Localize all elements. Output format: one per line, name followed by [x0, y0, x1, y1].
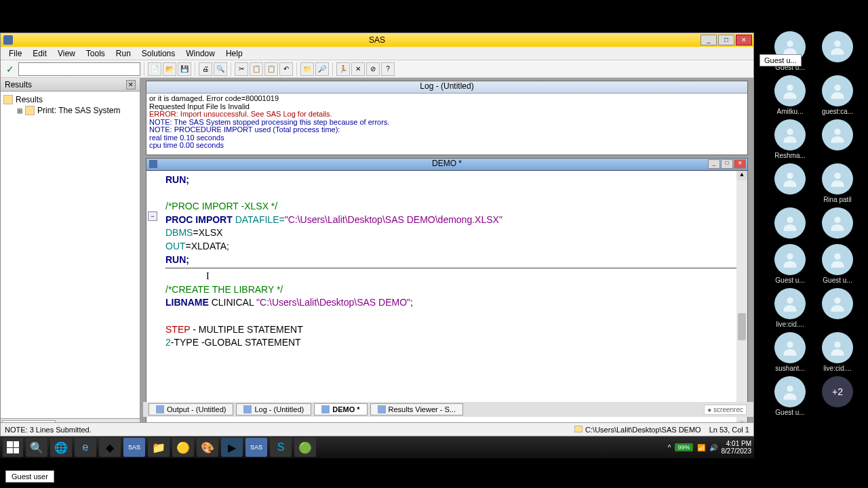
menu-tools[interactable]: Tools	[81, 47, 111, 60]
preview-icon[interactable]: 🔍	[214, 62, 227, 76]
svg-point-0	[787, 41, 793, 47]
menu-edit[interactable]: Edit	[27, 47, 52, 60]
scroll-up-icon[interactable]: ▲	[736, 171, 747, 180]
avatar[interactable]	[822, 163, 853, 195]
skype-icon[interactable]: S	[270, 438, 292, 457]
tab-output[interactable]: Output - (Untitled)	[149, 403, 233, 415]
maximize-button[interactable]: □	[718, 35, 734, 45]
chrome-icon[interactable]: 🟡	[172, 438, 194, 457]
avatar[interactable]	[774, 119, 806, 150]
clear-icon[interactable]: ✕	[351, 62, 365, 76]
explorer-icon[interactable]: 📁	[300, 62, 314, 76]
svg-point-3	[834, 85, 840, 91]
avatar[interactable]	[774, 288, 806, 319]
undo-icon[interactable]: ↶	[279, 62, 293, 76]
close-button[interactable]: ✕	[736, 35, 752, 45]
menu-help[interactable]: Help	[220, 47, 248, 60]
menu-window[interactable]: Window	[180, 47, 220, 60]
editor-minimize-icon[interactable]: _	[708, 159, 720, 169]
avatar[interactable]	[822, 207, 853, 239]
editor-maximize-icon[interactable]: □	[721, 159, 733, 169]
status-message: NOTE: 3 Lines Submitted.	[5, 426, 92, 434]
participant-tooltip: Guest u...	[760, 54, 802, 66]
volume-icon[interactable]: 🔊	[709, 444, 717, 451]
tray-up-icon[interactable]: ^	[668, 444, 671, 451]
avatar[interactable]	[822, 288, 853, 319]
svg-point-6	[787, 173, 793, 179]
svg-point-11	[834, 253, 840, 260]
open-icon[interactable]: 📂	[163, 62, 176, 76]
editor-close-icon[interactable]: ✕	[734, 159, 746, 169]
more-participants[interactable]: +2	[822, 376, 853, 407]
svg-point-15	[834, 342, 840, 348]
avatar[interactable]	[774, 163, 806, 195]
svg-point-1	[834, 41, 840, 47]
new-icon[interactable]: 📄	[148, 62, 161, 76]
battery-icon[interactable]: 99%	[675, 443, 692, 451]
ie-icon[interactable]: e	[75, 438, 96, 457]
svg-point-5	[834, 129, 840, 135]
svg-point-2	[787, 85, 793, 91]
avatar[interactable]	[774, 244, 806, 275]
cut-icon[interactable]: ✂	[235, 62, 248, 76]
avatar[interactable]	[822, 75, 853, 106]
svg-point-13	[834, 298, 840, 304]
clock[interactable]: 4:01 PM 8/27/2023	[722, 440, 752, 455]
wifi-icon[interactable]: 📶	[697, 444, 705, 451]
avatar[interactable]	[774, 332, 806, 363]
tab-results-viewer[interactable]: Results Viewer - S...	[370, 403, 463, 415]
start-button[interactable]	[3, 438, 23, 457]
app-icon[interactable]: ▶	[221, 438, 243, 457]
print-icon[interactable]: 🖨	[199, 62, 212, 76]
menu-run[interactable]: Run	[111, 47, 136, 60]
explorer-icon[interactable]: 📁	[148, 438, 170, 457]
help-icon[interactable]: ?	[381, 62, 395, 76]
log-window: Log - (Untitled) or it is damaged. Error…	[146, 81, 748, 155]
paste-icon[interactable]: 📋	[264, 62, 278, 76]
avatar[interactable]	[822, 244, 853, 275]
editor-title: DEMO *	[432, 159, 462, 168]
results-tree[interactable]: Results ⊞Print: The SAS System	[1, 92, 140, 418]
text-cursor: I	[206, 271, 210, 281]
results-close-icon[interactable]: ✕	[126, 80, 136, 89]
copy-icon[interactable]: 📋	[250, 62, 263, 76]
edge-icon[interactable]: 🌐	[50, 438, 72, 457]
inkscape-icon[interactable]: ◆	[99, 438, 121, 457]
log-title: Log - (Untitled)	[146, 81, 747, 94]
avatar[interactable]	[774, 207, 806, 239]
run-icon[interactable]: 🏃	[336, 62, 350, 76]
command-combo[interactable]	[18, 62, 140, 76]
results-title: Results	[5, 80, 32, 89]
tab-demo[interactable]: DEMO *	[314, 403, 367, 415]
find-icon[interactable]: 🔎	[315, 62, 329, 76]
fold-icon[interactable]: −	[148, 211, 157, 221]
avatar[interactable]	[822, 31, 853, 62]
avatar[interactable]	[774, 376, 806, 407]
code-editor[interactable]: − RUN; /*PROC IMPORT -XLSX */ PROC IMPOR…	[146, 171, 747, 430]
sas-icon[interactable]: SAS	[123, 438, 145, 457]
folder-icon	[3, 95, 13, 104]
save-icon[interactable]: 💾	[178, 62, 191, 76]
avatar[interactable]	[774, 75, 806, 106]
editor-icon	[149, 160, 157, 168]
search-icon[interactable]: 🔍	[26, 438, 47, 457]
chrome2-icon[interactable]: 🟢	[294, 438, 316, 457]
svg-point-16	[787, 386, 793, 392]
check-icon[interactable]: ✓	[3, 64, 17, 75]
avatar[interactable]	[822, 119, 853, 150]
tab-log[interactable]: Log - (Untitled)	[236, 403, 311, 415]
menu-view[interactable]: View	[52, 47, 81, 60]
log-icon	[243, 405, 252, 413]
stop-icon[interactable]: ⊘	[366, 62, 380, 76]
minimize-button[interactable]: _	[701, 35, 717, 45]
editor-scrollbar[interactable]: ▲ ▼	[736, 171, 747, 430]
paint-icon[interactable]: 🎨	[197, 438, 218, 457]
log-body[interactable]: or it is damaged. Error code=80001019 Re…	[146, 94, 747, 153]
sas2-icon[interactable]: SAS	[245, 438, 267, 457]
screenrec-badge: ● screenrec	[704, 405, 747, 415]
menu-solutions[interactable]: Solutions	[136, 47, 180, 60]
menu-file[interactable]: File	[3, 47, 27, 60]
scroll-thumb[interactable]	[738, 313, 746, 340]
avatar[interactable]	[822, 332, 853, 363]
svg-point-4	[787, 129, 793, 135]
